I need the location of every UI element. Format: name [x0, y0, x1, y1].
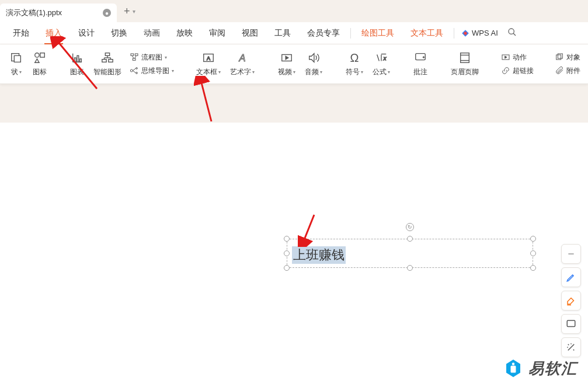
- wordart-icon: A: [235, 51, 249, 65]
- chart-button[interactable]: 图表: [65, 47, 89, 82]
- headerfooter-icon: [458, 51, 472, 65]
- svg-point-26: [136, 72, 138, 74]
- equation-icon: x: [374, 51, 388, 65]
- svg-marker-33: [286, 56, 288, 60]
- svg-rect-45: [556, 55, 561, 60]
- symbol-button[interactable]: Ω 符号▾: [341, 47, 368, 82]
- magic-tool-button[interactable]: [561, 337, 581, 357]
- svg-rect-14: [109, 60, 113, 62]
- screen-tool-button[interactable]: [561, 314, 581, 334]
- menu-design[interactable]: 设计: [70, 25, 103, 42]
- menu-slideshow[interactable]: 放映: [168, 25, 201, 42]
- svg-rect-5: [40, 53, 44, 57]
- rotate-handle[interactable]: ↻: [406, 223, 414, 231]
- svg-point-0: [509, 29, 514, 34]
- menu-view[interactable]: 视图: [234, 25, 266, 42]
- svg-rect-57: [567, 320, 575, 327]
- svg-rect-9: [74, 58, 76, 62]
- wordart-button[interactable]: A 艺术字▾: [225, 47, 259, 82]
- svg-rect-46: [558, 54, 562, 58]
- pen-tool-button[interactable]: [561, 267, 581, 287]
- smartart-button[interactable]: 智能图形: [89, 47, 126, 82]
- shape-button[interactable]: 状▾: [5, 47, 28, 82]
- menu-review[interactable]: 审阅: [201, 25, 234, 42]
- headerfooter-button[interactable]: 页眉页脚: [446, 47, 483, 82]
- resize-handle-se[interactable]: [530, 265, 536, 271]
- flowchart-button[interactable]: 流程图▾: [126, 51, 178, 64]
- watermark-logo-icon: [503, 358, 524, 379]
- textbox[interactable]: 上班赚钱 ↻: [287, 239, 533, 268]
- smartart-icon: [100, 51, 114, 65]
- flowchart-icon: [130, 53, 139, 62]
- resize-handle-ne[interactable]: [530, 236, 536, 242]
- menu-text-tools[interactable]: 文本工具: [402, 25, 451, 42]
- svg-line-28: [133, 71, 135, 73]
- svg-line-22: [132, 55, 134, 58]
- resize-handle-s[interactable]: [407, 265, 413, 271]
- menu-drawing-tools[interactable]: 绘图工具: [353, 25, 402, 42]
- wps-ai-label: WPS AI: [472, 29, 498, 37]
- video-button[interactable]: 视频▾: [273, 47, 300, 82]
- menu-transition[interactable]: 切换: [103, 25, 135, 42]
- new-tab-button[interactable]: + ▾: [124, 5, 135, 18]
- chevron-down-icon: ▾: [252, 69, 255, 75]
- highlight-tool-button[interactable]: [561, 291, 581, 311]
- attachment-button[interactable]: 附件: [551, 65, 584, 77]
- svg-line-27: [133, 68, 135, 71]
- file-tab[interactable]: 演示文稿(1).pptx ●: [0, 4, 117, 22]
- svg-marker-6: [35, 59, 39, 62]
- chevron-down-icon: ▾: [133, 8, 135, 15]
- equation-button[interactable]: x 公式▾: [368, 47, 395, 82]
- svg-point-24: [130, 69, 133, 72]
- menu-member[interactable]: 会员专享: [299, 25, 348, 42]
- close-icon[interactable]: ●: [103, 9, 111, 17]
- resize-handle-sw[interactable]: [284, 265, 290, 271]
- svg-marker-3: [14, 55, 20, 62]
- resize-handle-w[interactable]: [284, 250, 290, 256]
- menu-animation[interactable]: 动画: [135, 25, 168, 42]
- chevron-down-icon: ▾: [388, 69, 390, 75]
- resize-handle-e[interactable]: [530, 250, 536, 256]
- plus-icon: +: [124, 5, 130, 18]
- svg-rect-20: [135, 54, 138, 55]
- menu-divider: [454, 28, 454, 39]
- textbox-content[interactable]: 上班赚钱: [292, 246, 346, 264]
- svg-rect-40: [461, 53, 469, 63]
- chevron-down-icon: ▾: [172, 68, 174, 74]
- comment-icon: [413, 51, 427, 65]
- svg-rect-12: [105, 53, 109, 56]
- menu-start[interactable]: 开始: [5, 25, 37, 42]
- search-icon[interactable]: [503, 27, 521, 39]
- wps-ai-button[interactable]: WPS AI: [457, 29, 503, 37]
- comment-button[interactable]: 批注: [409, 47, 432, 82]
- audio-icon: [307, 51, 321, 65]
- svg-rect-13: [102, 60, 106, 62]
- floating-toolbar: [561, 244, 581, 357]
- textbox-button[interactable]: A 文本框▾: [192, 47, 225, 82]
- watermark: 易软汇: [503, 358, 577, 379]
- zoom-out-button[interactable]: [561, 244, 581, 264]
- svg-rect-19: [131, 54, 134, 55]
- mindmap-icon: [130, 66, 139, 75]
- svg-line-1: [513, 33, 516, 36]
- chevron-down-icon: ▾: [293, 69, 295, 75]
- svg-point-59: [512, 362, 515, 365]
- svg-rect-21: [133, 58, 135, 60]
- resize-handle-n[interactable]: [407, 236, 413, 242]
- menu-insert[interactable]: 插入: [37, 25, 70, 42]
- shape-icon: [9, 51, 23, 65]
- hyperlink-icon: [501, 66, 510, 75]
- mindmap-button[interactable]: 思维导图▾: [126, 65, 178, 77]
- menu-tools[interactable]: 工具: [266, 25, 299, 42]
- hyperlink-button[interactable]: 超链接: [497, 65, 537, 77]
- resize-handle-nw[interactable]: [284, 236, 290, 242]
- action-button[interactable]: 动作: [497, 51, 537, 64]
- icon-button[interactable]: 图标: [28, 47, 51, 82]
- slide-canvas[interactable]: 上班赚钱 ↻: [0, 123, 588, 387]
- file-tab-name: 演示文稿(1).pptx: [6, 8, 62, 18]
- chevron-down-icon: ▾: [165, 55, 167, 60]
- audio-button[interactable]: 音频▾: [300, 47, 327, 82]
- menu-bar: 开始 插入 设计 切换 动画 放映 审阅 视图 工具 会员专享 绘图工具 文本工…: [0, 22, 588, 44]
- svg-rect-11: [80, 59, 82, 62]
- object-button[interactable]: 对象: [551, 51, 584, 64]
